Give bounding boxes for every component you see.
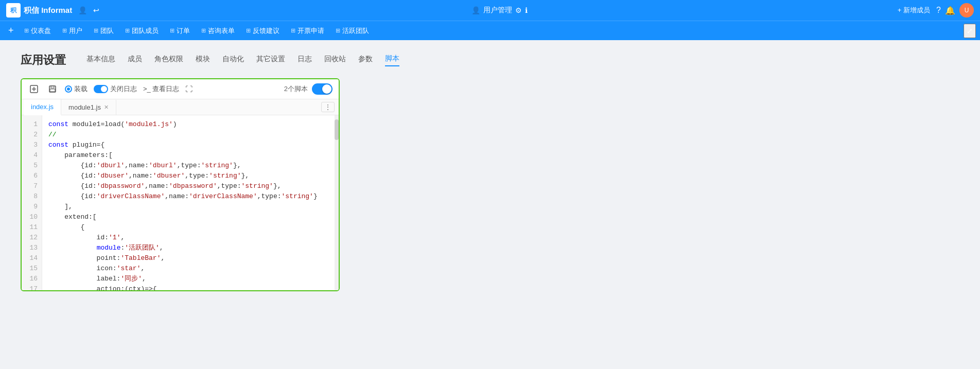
line-number: 5: [27, 161, 38, 171]
subnav-consult[interactable]: ⊞ 咨询表单: [196, 23, 240, 39]
tab-more-button[interactable]: ⋮: [321, 102, 335, 112]
editor-tab-module1-label: module1.js: [68, 103, 101, 111]
avatar[interactable]: U: [959, 3, 974, 17]
user-mgmt-icon: 👤: [471, 6, 480, 14]
settings-icon[interactable]: ⚙: [515, 6, 522, 14]
subnav-order[interactable]: ⊞ 订单: [165, 23, 195, 39]
subnav-feedback[interactable]: ⊞ 反馈建议: [241, 23, 285, 39]
code-line: {id:'driverClassName',name:'driverClassN…: [48, 191, 332, 202]
code-line: //: [48, 130, 332, 140]
expand-button[interactable]: ⛶: [185, 85, 192, 93]
tab-params[interactable]: 参数: [358, 55, 373, 66]
code-line: parameters:[: [48, 150, 332, 161]
nav-icon-group: 👤 ↩: [76, 5, 101, 15]
view-log-button[interactable]: >_ 查看日志: [143, 84, 179, 94]
code-line: const module1=load('module1.js'): [48, 119, 332, 130]
save-script-button[interactable]: [46, 84, 59, 94]
svg-rect-5: [50, 89, 55, 92]
user-management-label: 用户管理: [483, 6, 512, 15]
sub-navbar: + ⊞ 仪表盘 ⊞ 用户 ⊞ 团队 ⊞ 团队成员 ⊞ 订单 ⊞ 咨询表单 ⊞ 反…: [0, 21, 980, 40]
nav-refresh-icon[interactable]: ↩: [91, 5, 101, 15]
tab-roles[interactable]: 角色权限: [154, 55, 183, 66]
nav-user-icon[interactable]: 👤: [76, 5, 89, 15]
code-content[interactable]: const module1=load('module1.js')//const …: [42, 115, 339, 290]
code-line: point:'TableBar',: [48, 253, 332, 263]
editor-tab-index-label: index.js: [31, 103, 54, 111]
nav-left: 积 积信 Informat 👤 ↩: [6, 3, 101, 17]
script-count: 2个脚本: [284, 84, 308, 94]
editor-tabs: index.js module1.js ✕ ⋮: [22, 99, 339, 115]
add-script-button[interactable]: [28, 84, 40, 94]
top-navbar: 积 积信 Informat 👤 ↩ 👤 用户管理 ⚙ ℹ + 新增成员 ? 🔔 …: [0, 0, 980, 21]
line-number: 15: [27, 263, 38, 274]
load-radio[interactable]: 装载: [65, 84, 87, 94]
close-tab-icon[interactable]: ✕: [104, 104, 109, 111]
toolbar-right: 2个脚本: [284, 83, 332, 95]
subnav-invoice[interactable]: ⊞ 开票申请: [286, 23, 329, 39]
view-log-label: >_ 查看日志: [143, 84, 179, 94]
plus-icon: [30, 85, 38, 93]
enable-toggle[interactable]: [312, 83, 332, 95]
logo-icon: 积: [6, 3, 21, 17]
subnav-user[interactable]: ⊞ 用户: [57, 23, 87, 39]
nav-right: + 新增成员 ? 🔔 U: [898, 3, 974, 17]
code-line: icon:'star',: [48, 263, 332, 274]
scrollbar[interactable]: [335, 115, 339, 290]
close-log-toggle[interactable]: [94, 85, 108, 93]
tab-recycle[interactable]: 回收站: [324, 55, 346, 66]
tab-members[interactable]: 成员: [128, 55, 142, 66]
editor-tab-module1[interactable]: module1.js ✕: [61, 100, 116, 115]
line-number: 8: [27, 191, 38, 202]
line-number: 11: [27, 222, 38, 233]
subnav-dashboard[interactable]: ⊞ 仪表盘: [19, 23, 56, 39]
page-title: 应用设置: [21, 52, 66, 68]
close-log-radio[interactable]: 关闭日志: [94, 84, 137, 94]
tab-logs[interactable]: 日志: [297, 55, 312, 66]
scroll-thumb[interactable]: [335, 119, 339, 140]
code-line: {id:'dburl',name:'dburl',type:'string'},: [48, 161, 332, 171]
code-line: ],: [48, 202, 332, 212]
tab-other[interactable]: 其它设置: [256, 55, 285, 66]
line-number: 10: [27, 212, 38, 222]
subnav-right: ⤢: [964, 24, 976, 38]
close-log-label: 关闭日志: [110, 84, 137, 94]
script-toolbar: 装载 关闭日志 >_ 查看日志 ⛶ 2个脚本: [22, 79, 339, 99]
subnav-add-button[interactable]: +: [4, 24, 18, 37]
tab-basic[interactable]: 基本信息: [86, 55, 115, 66]
line-number: 16: [27, 274, 38, 284]
line-number: 14: [27, 253, 38, 263]
script-container: 装载 关闭日志 >_ 查看日志 ⛶ 2个脚本 index.js: [21, 78, 340, 291]
line-number: 7: [27, 181, 38, 191]
radio-filled-icon: [65, 85, 72, 93]
tab-scripts[interactable]: 脚本: [385, 54, 399, 66]
info-icon[interactable]: ℹ: [525, 6, 528, 14]
add-member-label: + 新增成员: [898, 6, 930, 15]
line-number: 4: [27, 150, 38, 161]
help-icon[interactable]: ?: [936, 6, 941, 15]
line-number: 9: [27, 202, 38, 212]
code-editor[interactable]: 12345678910111213141516171819202122 cons…: [22, 115, 339, 290]
line-number: 12: [27, 233, 38, 243]
save-icon: [48, 85, 57, 93]
subnav-active-team[interactable]: ⊞ 活跃团队: [330, 23, 374, 39]
editor-tab-actions: ⋮: [321, 102, 339, 112]
page-header: 应用设置 基本信息 成员 角色权限 模块 自动化 其它设置 日志 回收站 参数 …: [21, 52, 959, 68]
code-line: {id:'dbuser',name:'dbuser',type:'string'…: [48, 171, 332, 181]
line-number: 2: [27, 130, 38, 140]
line-number: 13: [27, 243, 38, 253]
bell-icon[interactable]: 🔔: [945, 6, 955, 15]
editor-tab-index[interactable]: index.js: [24, 99, 61, 115]
fullscreen-button[interactable]: ⤢: [964, 24, 976, 38]
code-line: {: [48, 222, 332, 233]
tab-automation[interactable]: 自动化: [222, 55, 244, 66]
line-numbers: 12345678910111213141516171819202122: [22, 115, 42, 290]
code-line: extend:[: [48, 212, 332, 222]
subnav-team-member[interactable]: ⊞ 团队成员: [120, 23, 164, 39]
load-label: 装载: [74, 84, 87, 94]
toggle-knob: [322, 84, 331, 94]
subnav-team[interactable]: ⊞ 团队: [89, 23, 119, 39]
add-member-button[interactable]: + 新增成员: [898, 6, 930, 15]
tab-modules[interactable]: 模块: [196, 55, 210, 66]
line-number: 17: [27, 284, 38, 290]
toggle-knob-small: [101, 86, 107, 92]
